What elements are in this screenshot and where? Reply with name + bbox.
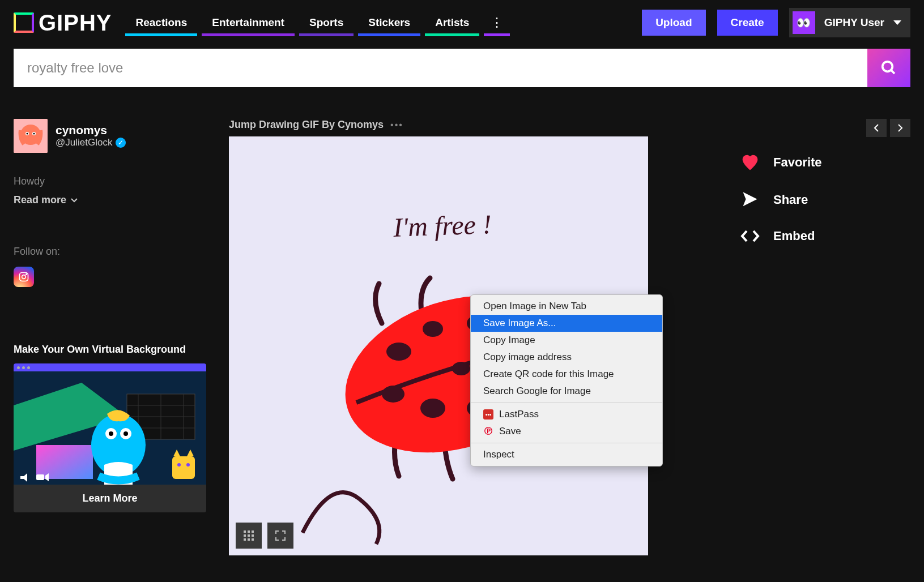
svg-point-10	[26, 274, 27, 275]
nav-reactions[interactable]: Reactions	[123, 9, 199, 36]
create-button[interactable]: Create	[717, 10, 778, 36]
ctx-divider	[471, 403, 662, 403]
svg-point-23	[109, 431, 113, 436]
ctx-pinterest-label: Save	[499, 426, 521, 437]
follow-on-label: Follow on:	[14, 246, 206, 258]
ctx-divider	[471, 443, 662, 443]
svg-rect-40	[244, 530, 246, 533]
svg-point-0	[883, 62, 893, 72]
svg-rect-47	[248, 538, 250, 541]
main-content: cynomys @JulietGlock ✓ Howdy Read more F…	[0, 96, 924, 578]
ctx-inspect[interactable]: Inspect	[471, 446, 662, 463]
promo-cta[interactable]: Learn More	[14, 485, 206, 512]
next-gif-button[interactable]	[890, 119, 910, 137]
logo[interactable]: GIPHY	[14, 10, 112, 36]
embed-icon	[740, 229, 760, 243]
svg-rect-41	[248, 530, 250, 533]
promo-image	[14, 371, 206, 485]
creator-avatar	[14, 119, 48, 153]
svg-point-24	[124, 431, 128, 436]
search-bar	[14, 49, 910, 87]
favorite-label: Favorite	[773, 155, 822, 170]
upload-button[interactable]: Upload	[642, 10, 705, 36]
embed-action[interactable]: Embed	[740, 229, 910, 243]
sidebar-left: cynomys @JulietGlock ✓ Howdy Read more F…	[14, 119, 206, 555]
svg-rect-48	[252, 538, 254, 541]
ctx-pinterest-save[interactable]: Ⓟ Save	[471, 423, 662, 440]
nav-entertainment[interactable]: Entertainment	[199, 9, 297, 36]
nav-sports[interactable]: Sports	[297, 9, 356, 36]
creator-handle-text: @JulietGlock	[56, 137, 112, 148]
logo-icon	[14, 12, 34, 33]
grid-view-icon[interactable]	[236, 523, 262, 549]
svg-point-35	[382, 386, 404, 403]
gif-more-icon[interactable]: •••	[390, 120, 403, 130]
pinterest-icon: Ⓟ	[483, 426, 493, 436]
creator-handle: @JulietGlock ✓	[56, 137, 126, 148]
svg-point-27	[186, 463, 190, 467]
prev-gif-button[interactable]	[866, 119, 887, 137]
search-icon	[880, 59, 897, 76]
read-more-text: Read more	[14, 194, 66, 206]
profile-greeting: Howdy	[14, 176, 206, 187]
ctx-lastpass-label: LastPass	[499, 409, 539, 420]
svg-rect-42	[252, 530, 254, 533]
promo-title: Make Your Own Virtual Background	[14, 344, 206, 356]
gif-caption: I'm free !	[393, 208, 492, 243]
svg-rect-45	[252, 534, 254, 537]
chevron-down-icon	[893, 20, 901, 25]
svg-point-32	[423, 321, 443, 337]
svg-point-39	[452, 362, 470, 375]
ctx-search-google[interactable]: Search Google for Image	[471, 383, 662, 400]
search-input[interactable]	[14, 49, 867, 87]
ctx-open-new-tab[interactable]: Open Image in New Tab	[471, 298, 662, 315]
svg-rect-25	[172, 456, 195, 479]
svg-rect-28	[36, 474, 44, 480]
user-menu[interactable]: 👀 GIPHY User	[789, 8, 910, 37]
nav-stickers[interactable]: Stickers	[356, 9, 423, 36]
ctx-copy-image[interactable]: Copy Image	[471, 332, 662, 349]
svg-rect-46	[244, 538, 246, 541]
chevron-down-icon	[71, 198, 78, 203]
context-menu: Open Image in New Tab Save Image As... C…	[470, 294, 663, 467]
instagram-icon[interactable]	[14, 267, 34, 287]
share-action[interactable]: Share	[740, 191, 910, 208]
nav-artists[interactable]: Artists	[423, 9, 482, 36]
share-icon	[740, 191, 760, 208]
svg-point-36	[420, 399, 445, 418]
svg-point-6	[27, 133, 28, 135]
promo-card[interactable]: Learn More	[14, 363, 206, 512]
sidebar-right: Favorite Share Embed	[729, 119, 910, 555]
favorite-action[interactable]: Favorite	[740, 154, 910, 171]
creator-name: cynomys	[56, 123, 126, 137]
search-button[interactable]	[867, 49, 910, 87]
svg-rect-19	[36, 445, 93, 479]
user-avatar: 👀	[793, 11, 815, 34]
svg-point-9	[22, 275, 26, 279]
heart-icon	[740, 154, 760, 171]
gif-title: Jump Drawing GIF By Cynomys	[229, 119, 384, 131]
ctx-save-image-as[interactable]: Save Image As...	[471, 315, 662, 332]
read-more-link[interactable]: Read more	[14, 194, 206, 206]
embed-label: Embed	[773, 229, 815, 243]
svg-point-31	[386, 343, 411, 361]
svg-line-1	[891, 70, 895, 74]
ctx-lastpass[interactable]: ••• LastPass	[471, 406, 662, 423]
nav-more-icon[interactable]: ⋮	[482, 9, 512, 36]
svg-rect-43	[244, 534, 246, 537]
share-label: Share	[773, 192, 808, 207]
main-nav: Reactions Entertainment Sports Stickers …	[123, 9, 631, 36]
svg-point-7	[33, 133, 35, 135]
fullscreen-icon[interactable]	[267, 523, 293, 549]
verified-icon: ✓	[116, 138, 126, 148]
creator-profile[interactable]: cynomys @JulietGlock ✓	[14, 119, 206, 153]
promo-window-dots	[14, 363, 206, 371]
header: GIPHY Reactions Entertainment Sports Sti…	[0, 0, 924, 40]
user-name: GIPHY User	[824, 16, 884, 29]
svg-point-26	[177, 463, 181, 467]
logo-text: GIPHY	[39, 10, 112, 36]
svg-rect-44	[248, 534, 250, 537]
lastpass-icon: •••	[483, 409, 493, 420]
ctx-copy-image-address[interactable]: Copy image address	[471, 349, 662, 366]
ctx-create-qr[interactable]: Create QR code for this Image	[471, 366, 662, 383]
